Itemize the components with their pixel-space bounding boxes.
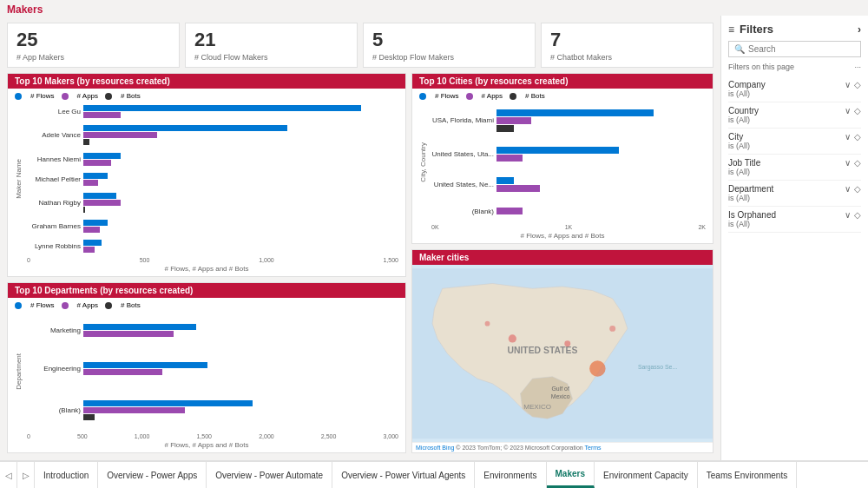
depts-flows-label: # Flows [30, 301, 55, 309]
filter-name: Job Title∨◇ [728, 158, 861, 168]
bar-segment [83, 105, 361, 111]
nav-tab-overview---power-apps[interactable]: Overview - Power Apps [98, 462, 207, 488]
nav-tab-overview---power-virtual-agents[interactable]: Overview - Power Virtual Agents [332, 462, 475, 488]
filters-toggle-button[interactable]: › [858, 23, 861, 36]
axis-tick: 1,000 [135, 433, 150, 439]
filter-clear-button[interactable]: ◇ [854, 106, 861, 115]
stat-app-makers-label: # App Makers [16, 53, 170, 62]
maker-bar-row: Hannes Niemi [24, 153, 398, 166]
terms-link[interactable]: Terms [585, 445, 602, 451]
cities-apps-dot [466, 93, 473, 100]
map-attribution: Microsoft Bing © 2023 TomTom; © 2023 Mic… [412, 442, 713, 452]
stat-chatbot-number: 7 [550, 29, 704, 51]
filter-name: Company∨◇ [728, 80, 861, 89]
stat-app-makers: 25 # App Makers [7, 23, 180, 68]
filter-name-label: Job Title [728, 158, 760, 168]
axis-tick: 1,000 [259, 257, 274, 263]
city-bar-label: (Blank) [429, 208, 494, 215]
filter-expand-button[interactable]: ∨ [845, 210, 851, 220]
filter-clear-button[interactable]: ◇ [854, 132, 861, 142]
depts-flows-dot [15, 302, 22, 309]
bar-segment [83, 227, 100, 233]
bar-segment [496, 185, 540, 192]
axis-tick: 1K [565, 224, 573, 230]
maker-bar-row: Lee Gu [24, 105, 398, 118]
filter-clear-button[interactable]: ◇ [854, 210, 861, 220]
stat-chatbot-makers: 7 # Chatbot Makers [541, 23, 713, 68]
depts-apps-dot [62, 302, 69, 309]
stat-cloud-flow-label: # Cloud Flow Makers [194, 53, 348, 62]
axis-tick: 0K [431, 224, 439, 230]
apps-legend-label: # Apps [77, 92, 98, 100]
filter-clear-button[interactable]: ◇ [854, 158, 861, 168]
stat-desktop-flow-number: 5 [372, 29, 526, 51]
bots-legend-label: # Bots [121, 92, 141, 100]
filter-expand-button[interactable]: ∨ [845, 106, 851, 115]
stat-desktop-flow-makers: 5 # Desktop Flow Makers [363, 23, 536, 68]
top-departments-chart-title: Top 10 Departments (by resources created… [8, 283, 405, 298]
svg-text:Gulf of: Gulf of [552, 385, 569, 391]
maker-bar-label: Adele Vance [24, 131, 81, 139]
filters-title: Filters [740, 23, 773, 36]
bar-segment [83, 247, 95, 253]
filter-expand-button[interactable]: ∨ [845, 80, 851, 89]
maker-bar-label: Lee Gu [24, 108, 81, 115]
axis-tick: 500 [140, 257, 150, 263]
axis-tick: 2,000 [259, 433, 274, 439]
bar-segment [83, 160, 111, 166]
filter-clear-button[interactable]: ◇ [854, 184, 861, 194]
nav-tab-makers[interactable]: Makers [547, 462, 595, 488]
filter-clear-button[interactable]: ◇ [854, 80, 861, 89]
axis-tick: 1,500 [197, 433, 213, 439]
filter-expand-button[interactable]: ∨ [845, 132, 851, 142]
svg-point-7 [509, 334, 516, 342]
nav-tab-environments[interactable]: Environments [475, 462, 546, 488]
maker-bar-label: Michael Peltier [24, 175, 81, 183]
depts-apps-label: # Apps [77, 301, 98, 309]
flows-legend-label: # Flows [30, 92, 55, 100]
depts-bots-dot [105, 302, 112, 309]
filter-name: Department∨◇ [728, 184, 861, 194]
bar-segment [83, 112, 121, 118]
filters-search-input[interactable] [748, 44, 858, 54]
bing-logo: Microsoft Bing [416, 445, 454, 451]
filter-item: Department∨◇is (All) [728, 181, 861, 207]
maker-bar-row: Adele Vance [24, 125, 398, 145]
city-bar-row: United States, Ne... [429, 177, 706, 192]
bar-segment [83, 407, 185, 413]
map-body: Gulf of Mexico UNITED STATES MEXICO Sarg… [412, 265, 713, 442]
filter-expand-button[interactable]: ∨ [845, 184, 851, 194]
stat-cloud-flow-makers: 21 # Cloud Flow Makers [185, 23, 358, 68]
filter-value: is (All) [728, 142, 861, 150]
bar-segment [496, 125, 514, 132]
city-bar-row: USA, Florida, Miami [429, 109, 706, 132]
bottom-nav: ◁ ▷ IntroductionOverview - Power AppsOve… [0, 460, 868, 488]
bar-segment [496, 117, 531, 124]
filters-on-page-label: Filters on this page ··· [728, 63, 861, 71]
bar-segment [83, 324, 196, 330]
nav-tab-overview---power-automate[interactable]: Overview - Power Automate [207, 462, 332, 488]
nav-tab-environment-capacity[interactable]: Environment Capacity [595, 462, 698, 488]
dept-bar-row: Engineering [24, 362, 398, 375]
filters-search-box[interactable]: 🔍 [728, 41, 861, 57]
svg-point-10 [485, 320, 490, 326]
axis-tick: 2K [698, 224, 706, 230]
bar-segment [83, 125, 287, 131]
nav-tab-teams-environments[interactable]: Teams Environments [698, 462, 797, 488]
filters-menu-icon[interactable]: ··· [854, 63, 861, 71]
nav-next-arrow[interactable]: ▷ [17, 462, 35, 488]
filter-item: Country∨◇is (All) [728, 102, 861, 129]
nav-tab-introduction[interactable]: Introduction [35, 462, 98, 488]
axis-tick: 0 [27, 257, 30, 263]
bots-legend-dot [105, 93, 112, 100]
top-cities-chart-title: Top 10 Cities (by resources created) [412, 74, 713, 89]
maker-bar-row: Nathan Rigby [24, 193, 398, 213]
bar-segment [496, 177, 514, 184]
bar-segment [83, 331, 174, 337]
top-makers-chart-title: Top 10 Makers (by resources created) [8, 74, 405, 89]
filter-expand-button[interactable]: ∨ [845, 158, 851, 168]
bar-segment [83, 400, 253, 406]
filter-name: Country∨◇ [728, 106, 861, 115]
nav-prev-arrow[interactable]: ◁ [0, 462, 17, 488]
dept-bar-label: Marketing [24, 326, 81, 334]
